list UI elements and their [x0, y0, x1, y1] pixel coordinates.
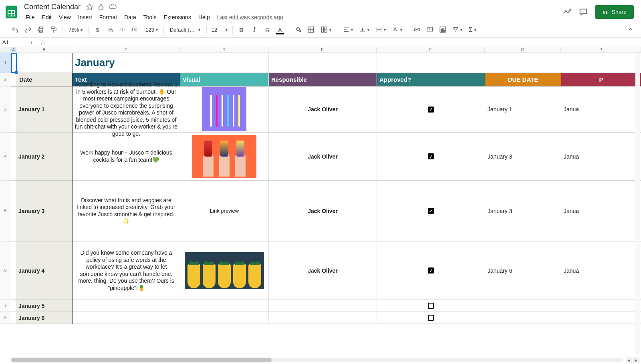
approved-cell[interactable]: [377, 241, 485, 300]
insert-chart-button[interactable]: [437, 24, 448, 35]
menu-extensions[interactable]: Extensions: [160, 12, 194, 22]
text-rotation-button[interactable]: ▾: [390, 26, 405, 33]
document-title[interactable]: Content Calendar: [22, 2, 82, 12]
text-cell[interactable]: Did you know some company have a policy …: [73, 241, 180, 300]
header-due-date[interactable]: DUE DATE: [485, 73, 561, 86]
approved-checkbox[interactable]: [428, 208, 434, 214]
due-date-cell[interactable]: [485, 312, 561, 324]
vertical-align-button[interactable]: ▾: [357, 26, 372, 33]
cell-e1[interactable]: [269, 53, 377, 73]
approved-checkbox[interactable]: [428, 315, 434, 321]
responsible-cell[interactable]: [269, 300, 377, 312]
col-header-h[interactable]: P: [561, 47, 641, 52]
col-header-a[interactable]: A: [11, 47, 16, 52]
horizontal-scrollbar[interactable]: [11, 358, 623, 362]
star-icon[interactable]: [86, 3, 93, 10]
p-cell[interactable]: Janua: [561, 86, 641, 133]
row-header-8[interactable]: 8: [0, 312, 11, 324]
strikethrough-button[interactable]: S: [262, 24, 273, 35]
row-header-1[interactable]: 1: [0, 53, 11, 73]
menu-tools[interactable]: Tools: [140, 12, 160, 22]
visual-cell[interactable]: Link preview: [180, 181, 269, 241]
text-wrap-button[interactable]: ▾: [373, 26, 388, 33]
cell-d1[interactable]: [180, 53, 269, 73]
selection-handle[interactable]: [15, 71, 18, 74]
text-color-button[interactable]: A: [274, 24, 286, 35]
row-header-6[interactable]: 6: [0, 241, 11, 300]
row-header-4[interactable]: 4: [0, 133, 11, 181]
decrease-decimal-button[interactable]: .0←: [117, 24, 129, 35]
formula-bar[interactable]: [51, 38, 641, 47]
cell-h1[interactable]: [561, 53, 641, 73]
insert-link-button[interactable]: [411, 24, 423, 35]
menu-format[interactable]: Format: [96, 12, 120, 22]
date-cell[interactable]: January 1: [17, 86, 73, 133]
menu-data[interactable]: Data: [121, 12, 139, 22]
cell[interactable]: [11, 300, 17, 312]
activity-icon[interactable]: [563, 8, 572, 16]
comments-icon[interactable]: [579, 8, 588, 16]
due-date-cell[interactable]: [485, 300, 561, 312]
col-header-g[interactable]: G: [485, 47, 561, 52]
visual-cell[interactable]: [180, 312, 269, 324]
menu-file[interactable]: File: [22, 12, 38, 22]
undo-button[interactable]: [10, 24, 21, 35]
redo-button[interactable]: [22, 24, 34, 35]
approved-checkbox[interactable]: [428, 267, 434, 274]
font-select[interactable]: Default (Co...▾: [167, 26, 203, 34]
cell[interactable]: [11, 241, 17, 300]
p-cell[interactable]: Janua: [561, 133, 641, 181]
due-date-cell[interactable]: January 6: [485, 241, 561, 300]
fill-color-button[interactable]: [292, 24, 304, 35]
last-edit-link[interactable]: Last edit was seconds ago: [214, 12, 286, 22]
due-date-cell[interactable]: January 3: [485, 181, 561, 241]
row-header-2[interactable]: 2: [0, 73, 11, 86]
p-cell[interactable]: Janua: [561, 241, 641, 300]
date-cell[interactable]: January 2: [17, 133, 73, 181]
percent-button[interactable]: %: [105, 24, 116, 35]
date-cell[interactable]: January 3: [17, 181, 73, 241]
row-header-7[interactable]: 7: [0, 300, 11, 312]
col-header-e[interactable]: E: [268, 47, 377, 52]
vertical-scrollbar[interactable]: [635, 53, 640, 354]
merge-cells-button[interactable]: ▾: [318, 26, 334, 33]
p-cell[interactable]: Janua: [561, 181, 641, 241]
print-button[interactable]: [35, 24, 46, 35]
due-date-cell[interactable]: January 3: [485, 133, 561, 181]
header-p[interactable]: P: [561, 73, 641, 86]
number-format-select[interactable]: 123▾: [143, 27, 160, 33]
cloud-saved-icon[interactable]: [109, 3, 117, 10]
col-header-b[interactable]: B: [16, 47, 72, 52]
p-cell[interactable]: [561, 300, 641, 312]
cell[interactable]: [11, 133, 17, 181]
responsible-cell[interactable]: Jack Oliver: [269, 86, 377, 133]
header-responsible[interactable]: Responsible: [269, 73, 377, 86]
approved-cell[interactable]: [377, 312, 485, 324]
cell-c1[interactable]: January: [73, 53, 180, 73]
approved-cell[interactable]: [377, 86, 485, 133]
bold-button[interactable]: B: [236, 24, 247, 35]
responsible-cell[interactable]: [269, 312, 377, 324]
header-date[interactable]: Date: [17, 73, 73, 86]
date-cell[interactable]: January 6: [17, 312, 73, 324]
cell[interactable]: [11, 312, 17, 324]
filter-button[interactable]: ▾: [450, 26, 465, 33]
menu-view[interactable]: View: [56, 12, 74, 22]
spreadsheet-grid[interactable]: 1 January 2 Date Text Visual Responsible…: [0, 53, 641, 354]
sheets-logo[interactable]: [3, 4, 19, 20]
increase-decimal-button[interactable]: .00→: [130, 24, 141, 35]
p-cell[interactable]: [561, 312, 641, 324]
collapse-toolbar-button[interactable]: [625, 24, 636, 35]
row-header-3[interactable]: 3: [0, 86, 11, 133]
functions-button[interactable]: Σ▾: [466, 26, 479, 34]
cell-a2[interactable]: [11, 73, 17, 86]
cell[interactable]: [11, 86, 17, 133]
column-headers[interactable]: A B C D E F G P: [0, 47, 641, 53]
cell-a1[interactable]: [11, 53, 17, 73]
approved-cell[interactable]: [377, 181, 485, 241]
text-cell[interactable]: [73, 300, 180, 312]
approved-cell[interactable]: [377, 300, 485, 312]
text-cell[interactable]: [73, 312, 180, 324]
paint-format-button[interactable]: [48, 24, 59, 35]
responsible-cell[interactable]: Jack Oliver: [269, 181, 377, 241]
